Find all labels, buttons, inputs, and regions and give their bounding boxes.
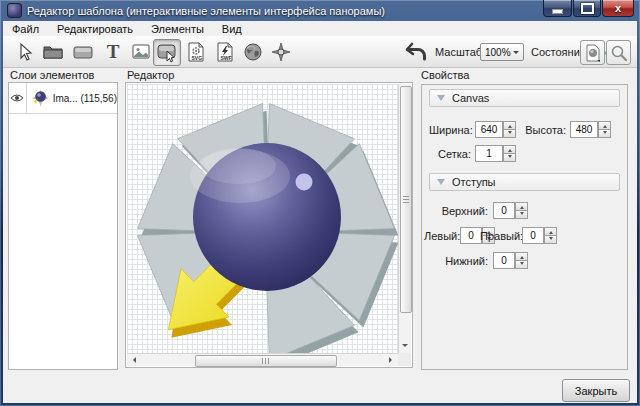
svg-text:SWF: SWF: [221, 54, 232, 60]
margin-top-spinner[interactable]: [515, 202, 528, 219]
spin-up-icon[interactable]: [515, 252, 528, 261]
margin-left-input[interactable]: 0: [460, 227, 482, 244]
editor-canvas-box: [125, 82, 413, 368]
swf-document-icon: SWF: [215, 41, 235, 63]
height-label: Высота:: [522, 124, 566, 136]
minimize-button[interactable]: [543, 0, 572, 17]
undo-icon: [404, 41, 428, 63]
state-normal-button[interactable]: [580, 40, 605, 65]
close-dialog-button[interactable]: Закрыть: [562, 379, 630, 402]
svg-text:SVG: SVG: [192, 54, 203, 60]
editor-panel-title: Редактор: [127, 69, 174, 81]
globe-tool-button[interactable]: [240, 39, 266, 64]
scroll-left-icon[interactable]: [130, 357, 136, 363]
image-tool-button[interactable]: [128, 39, 154, 64]
text-tool-button[interactable]: T: [100, 39, 126, 64]
group-canvas-title: Canvas: [452, 92, 489, 104]
editor-hscrollbar[interactable]: [127, 353, 398, 366]
close-icon: x: [615, 4, 621, 13]
menu-file[interactable]: Файл: [3, 22, 48, 36]
margin-right-spinner[interactable]: [544, 227, 557, 244]
undo-button[interactable]: [403, 39, 429, 64]
titlebar[interactable]: Редактор шаблона (интерактивные элементы…: [0, 0, 640, 21]
open-tool-button[interactable]: [40, 39, 66, 64]
scale-value: 100%: [485, 47, 511, 58]
scroll-corner: [398, 353, 411, 366]
spin-down-icon[interactable]: [544, 236, 557, 244]
maximize-button[interactable]: [573, 0, 601, 17]
spin-up-icon[interactable]: [544, 227, 557, 236]
svg-document-icon: SVG: [186, 41, 206, 63]
height-spinner[interactable]: [598, 121, 611, 138]
properties-box: Canvas Ширина: 640 Высота: 480 Сетка: 1: [421, 84, 628, 370]
hotspot-tool-button[interactable]: [268, 39, 294, 64]
toolbar: T: [3, 36, 637, 68]
scale-dropdown[interactable]: 100%: [480, 43, 524, 61]
swf-tool-button[interactable]: SWF: [212, 39, 238, 64]
grid-spinner[interactable]: [503, 145, 516, 162]
editor-vscrollbar[interactable]: [398, 84, 411, 353]
spin-down-icon[interactable]: [503, 154, 516, 162]
menu-view[interactable]: Вид: [213, 22, 251, 36]
margin-bottom-input[interactable]: 0: [493, 252, 515, 269]
group-margins-header[interactable]: Отступы: [429, 173, 620, 191]
spin-down-icon[interactable]: [503, 130, 516, 138]
spin-up-icon[interactable]: [503, 121, 516, 130]
group-margins-title: Отступы: [452, 176, 496, 188]
margin-top-input[interactable]: 0: [493, 202, 515, 219]
spin-down-icon[interactable]: [515, 211, 528, 219]
state-hover-button[interactable]: [606, 40, 631, 65]
eye-icon: [10, 93, 24, 103]
scroll-right-icon[interactable]: [389, 357, 395, 363]
spin-down-icon[interactable]: [598, 130, 611, 138]
image-button-icon: [156, 42, 178, 63]
margin-left-label: Левый:: [424, 230, 456, 242]
layer-label: Ima... (115,56): [53, 93, 117, 104]
layers-list: Ima... (115,56): [8, 82, 118, 370]
window-title: Редактор шаблона (интерактивные элементы…: [27, 5, 385, 17]
scale-label: Масштаб:: [435, 46, 485, 58]
height-input[interactable]: 480: [570, 121, 598, 138]
margin-right-label: Правый:: [480, 230, 518, 242]
margin-bottom-spinner[interactable]: [515, 252, 528, 269]
image-button-tool-button[interactable]: [153, 39, 181, 66]
client-area: Файл Редактировать Элементы Вид: [3, 21, 637, 403]
close-button[interactable]: x: [602, 0, 634, 17]
layers-panel-title: Слои элементов: [10, 69, 94, 81]
template-image[interactable]: [128, 86, 398, 353]
svg-tool-button[interactable]: SVG: [183, 39, 209, 64]
maximize-icon: [581, 3, 594, 14]
spin-up-icon[interactable]: [503, 145, 516, 154]
vscroll-grip-icon: [403, 196, 409, 204]
editor-canvas[interactable]: [127, 84, 398, 353]
margin-top-label: Верхний:: [438, 205, 488, 217]
cursor-icon: [15, 42, 35, 62]
margin-right-input[interactable]: 0: [522, 227, 544, 244]
group-canvas-header[interactable]: Canvas: [429, 89, 620, 107]
scroll-down-icon[interactable]: [402, 344, 408, 350]
vscroll-thumb[interactable]: [400, 86, 412, 313]
select-tool-button[interactable]: [12, 39, 38, 64]
folder-icon: [42, 42, 64, 62]
menubar: Файл Редактировать Элементы Вид: [3, 21, 637, 36]
width-input[interactable]: 640: [475, 121, 503, 138]
image-icon: [131, 42, 151, 62]
spin-up-icon[interactable]: [598, 121, 611, 130]
spin-up-icon[interactable]: [515, 202, 528, 211]
grid-input[interactable]: 1: [475, 145, 503, 162]
layer-visibility-toggle[interactable]: [9, 83, 27, 113]
button-shape-icon: [72, 42, 94, 62]
collapse-triangle-icon: [437, 95, 445, 105]
menu-elements[interactable]: Элементы: [142, 22, 213, 36]
button-tool-button[interactable]: [70, 39, 96, 64]
page-sphere-icon: [585, 44, 601, 62]
text-tool-icon: T: [107, 41, 120, 63]
collapse-triangle-icon: [437, 179, 445, 189]
menu-edit[interactable]: Редактировать: [48, 22, 142, 36]
spin-down-icon[interactable]: [515, 261, 528, 269]
layer-thumbnail: [30, 86, 51, 110]
hscroll-thumb[interactable]: [195, 355, 337, 367]
compass-icon: [271, 42, 291, 62]
layer-row[interactable]: Ima... (115,56): [9, 83, 117, 114]
width-spinner[interactable]: [503, 121, 516, 138]
